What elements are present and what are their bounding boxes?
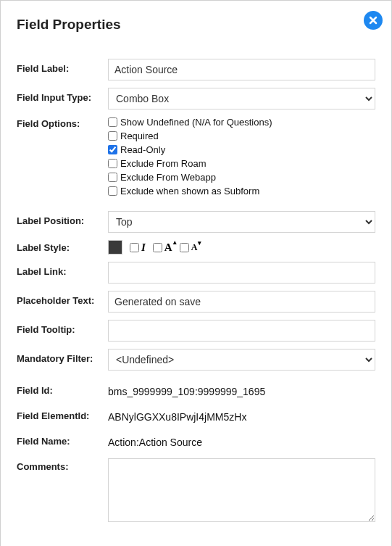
font-size-up-icon: A▴ — [164, 241, 172, 254]
checkbox-read-only[interactable] — [108, 145, 117, 154]
label-label-position: Label Position: — [17, 211, 108, 226]
checkbox-exclude-webapp[interactable] — [108, 173, 117, 182]
option-show-undefined[interactable]: Show Undefined (N/A for Questions) — [108, 117, 375, 128]
checkbox-show-undefined[interactable] — [108, 117, 117, 127]
field-element-id-value: ABNylGGXXu8IPwjI4jMM5zHx — [108, 408, 375, 423]
field-id-value: bms_9999999_109:9999999_1695 — [108, 382, 375, 397]
style-italic-option[interactable]: I — [130, 241, 146, 254]
checkbox-required[interactable] — [108, 131, 117, 141]
checkbox-exclude-subform[interactable] — [108, 186, 117, 196]
italic-icon: I — [141, 241, 146, 254]
checkbox-label: Exclude From Roam — [120, 158, 206, 169]
option-exclude-webapp[interactable]: Exclude From Webapp — [108, 172, 375, 183]
option-exclude-subform[interactable]: Exclude when shown as Subform — [108, 186, 375, 197]
field-input-type-select[interactable]: Combo Box — [108, 88, 375, 109]
label-link-input[interactable] — [108, 262, 375, 284]
row-label-style: Label Style: I A▴ A▾ — [17, 240, 375, 255]
checkbox-label: Exclude From Webapp — [120, 172, 216, 183]
label-field-tooltip: Field Tooltip: — [17, 320, 108, 335]
font-size-down-icon: A▾ — [191, 242, 198, 253]
label-field-id: Field Id: — [17, 382, 108, 396]
label-field-name: Field Name: — [17, 433, 108, 447]
checkbox-label: Exclude when shown as Subform — [120, 186, 259, 197]
option-exclude-roam[interactable]: Exclude From Roam — [108, 158, 375, 169]
field-label-input[interactable] — [108, 59, 375, 80]
label-field-element-id: Field ElementId: — [17, 408, 108, 421]
row-placeholder-text: Placeholder Text: — [17, 291, 375, 313]
checkbox-size-down[interactable] — [180, 243, 189, 252]
row-field-name: Field Name: Action:Action Source — [17, 433, 375, 448]
label-field-label: Field Label: — [17, 59, 108, 74]
checkbox-size-up[interactable] — [153, 243, 162, 252]
option-required[interactable]: Required — [108, 131, 375, 141]
label-mandatory-filter: Mandatory Filter: — [17, 349, 108, 364]
field-name-value: Action:Action Source — [108, 433, 375, 448]
row-field-element-id: Field ElementId: ABNylGGXXu8IPwjI4jMM5zH… — [17, 408, 375, 423]
dialog-header: Field Properties — [1, 1, 391, 40]
row-field-tooltip: Field Tooltip: — [17, 320, 375, 342]
field-tooltip-input[interactable] — [108, 320, 375, 342]
checkbox-label: Show Undefined (N/A for Questions) — [120, 117, 272, 128]
label-position-select[interactable]: Top — [108, 211, 375, 233]
label-comments: Comments: — [17, 458, 108, 472]
row-mandatory-filter: Mandatory Filter: <Undefined> — [17, 349, 375, 371]
label-placeholder-text: Placeholder Text: — [17, 291, 108, 306]
label-field-options: Field Options: — [17, 117, 108, 129]
row-field-options: Field Options: Show Undefined (N/A for Q… — [17, 117, 375, 199]
comments-textarea[interactable] — [108, 458, 375, 522]
close-button[interactable] — [364, 11, 383, 30]
checkbox-exclude-roam[interactable] — [108, 159, 117, 168]
row-label-link: Label Link: — [17, 262, 375, 284]
label-label-link: Label Link: — [17, 262, 108, 277]
row-comments: Comments: — [17, 458, 375, 525]
row-field-label: Field Label: — [17, 59, 375, 80]
mandatory-filter-select[interactable]: <Undefined> — [108, 349, 375, 371]
placeholder-text-input[interactable] — [108, 291, 375, 313]
style-size-down-option[interactable]: A▾ — [180, 242, 198, 253]
row-label-position: Label Position: Top — [17, 211, 375, 233]
label-label-style: Label Style: — [17, 240, 108, 253]
label-field-input-type: Field Input Type: — [17, 88, 108, 103]
row-field-input-type: Field Input Type: Combo Box — [17, 88, 375, 109]
checkbox-label: Read-Only — [120, 144, 165, 155]
row-field-id: Field Id: bms_9999999_109:9999999_1695 — [17, 382, 375, 397]
label-color-swatch[interactable] — [108, 240, 122, 255]
close-icon — [368, 15, 378, 25]
checkbox-label: Required — [120, 131, 159, 141]
dialog-title: Field Properties — [17, 17, 121, 33]
field-properties-dialog: Field Properties Field Label: Field Inpu… — [0, 0, 392, 546]
style-size-up-option[interactable]: A▴ — [153, 241, 172, 254]
checkbox-italic[interactable] — [130, 243, 139, 252]
option-read-only[interactable]: Read-Only — [108, 144, 375, 155]
dialog-body: Field Label: Field Input Type: Combo Box… — [1, 40, 391, 546]
